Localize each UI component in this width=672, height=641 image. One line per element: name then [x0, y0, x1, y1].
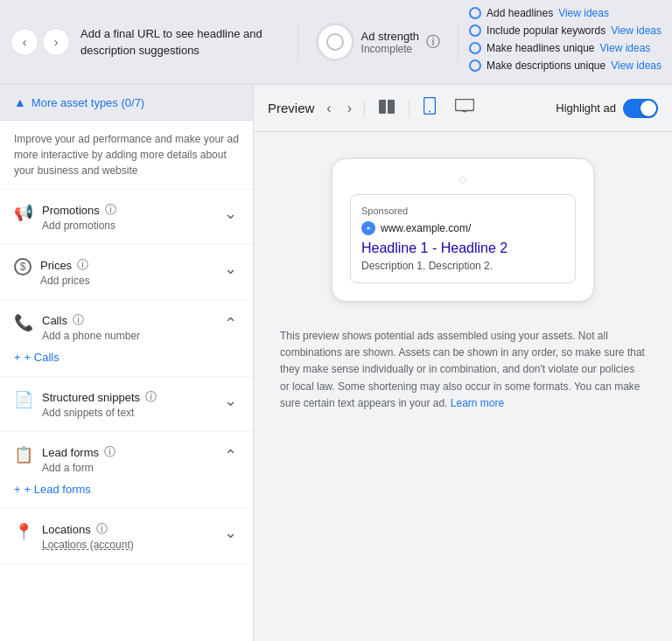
suggestion-row-3: Make descriptions unique View ideas	[469, 59, 662, 72]
structured-snippets-icon: 📄	[14, 390, 33, 409]
ad-strength-label: Ad strength	[361, 30, 420, 43]
asset-controls-locations: ⌄	[222, 521, 239, 544]
asset-item-promotions-left: 📢 Promotions ⓘ Add promotions	[14, 202, 116, 232]
desktop-view-button[interactable]	[450, 95, 480, 121]
learn-more-link[interactable]: Learn more	[451, 397, 504, 409]
forward-button[interactable]: ›	[42, 28, 70, 56]
asset-info-lead-forms: Lead forms ⓘ Add a form	[42, 444, 116, 474]
preview-title: Preview	[268, 101, 314, 115]
asset-item-calls-header: 📞 Calls ⓘ Add a phone number ⌃	[14, 312, 239, 342]
view-ideas-link-0[interactable]: View ideas	[558, 7, 609, 19]
phone-camera-dot	[459, 177, 466, 184]
preview-divider-1	[364, 100, 365, 117]
asset-item-lead-forms: 📋 Lead forms ⓘ Add a form ⌃ + + Lead for…	[0, 432, 253, 509]
view-ideas-link-1[interactable]: View ideas	[611, 24, 662, 37]
back-button[interactable]: ‹	[10, 28, 38, 56]
asset-item-calls: 📞 Calls ⓘ Add a phone number ⌃ + + Calls	[0, 300, 253, 377]
prices-expand-button[interactable]: ⌄	[222, 257, 239, 280]
calls-add-icon: +	[14, 351, 21, 364]
nav-arrows: ‹ ›	[10, 28, 70, 56]
highlight-ad-label: Highlight ad	[556, 101, 616, 115]
locations-icon: 📍	[14, 522, 33, 541]
structured-snippets-expand-button[interactable]: ⌄	[222, 389, 239, 412]
preview-disclaimer: This preview shows potential ads assembl…	[254, 328, 672, 429]
calls-add-link[interactable]: + + Calls	[14, 351, 60, 364]
asset-title-structured-snippets: Structured snippets ⓘ	[42, 389, 157, 405]
asset-item-promotions-header: 📢 Promotions ⓘ Add promotions ⌄	[14, 202, 239, 232]
more-assets-header[interactable]: ▲ More asset types (0/7)	[0, 85, 253, 121]
right-panel: Preview ‹ ›	[254, 85, 672, 641]
asset-info-locations: Locations ⓘ Locations (account)	[42, 521, 134, 551]
suggestion-circle-3	[469, 59, 481, 72]
lead-forms-add-link[interactable]: + + Lead forms	[14, 483, 91, 496]
suggestion-text-1: Include popular keywords	[486, 24, 606, 37]
desktop-icon	[455, 99, 474, 113]
suggestion-row-0: Add headlines View ideas	[469, 7, 662, 19]
calls-collapse-button[interactable]: ⌃	[222, 312, 239, 335]
asset-title-calls: Calls ⓘ	[42, 312, 140, 328]
split-view-button[interactable]	[374, 96, 400, 121]
promotions-icon: 📢	[14, 203, 33, 222]
preview-back-button[interactable]: ‹	[323, 97, 334, 120]
calls-help-icon[interactable]: ⓘ	[73, 312, 84, 328]
more-assets-title: More asset types (0/7)	[32, 96, 144, 109]
prices-help-icon[interactable]: ⓘ	[77, 257, 88, 273]
ad-strength-text: Ad strength Incomplete	[361, 30, 420, 55]
lead-forms-help-icon[interactable]: ⓘ	[104, 444, 116, 460]
promotions-help-icon[interactable]: ⓘ	[105, 202, 116, 218]
lead-forms-add-icon: +	[14, 483, 21, 496]
lead-forms-icon: 📋	[14, 445, 33, 464]
structured-snippets-help-icon[interactable]: ⓘ	[145, 389, 157, 405]
asset-item-calls-left: 📞 Calls ⓘ Add a phone number	[14, 312, 140, 342]
locations-help-icon[interactable]: ⓘ	[96, 521, 108, 537]
asset-subtitle-locations: Locations (account)	[42, 539, 134, 551]
asset-subtitle-structured-snippets: Add snippets of text	[42, 407, 157, 419]
ad-url: www.example.com/	[381, 222, 471, 234]
view-ideas-link-2[interactable]: View ideas	[600, 42, 651, 54]
asset-controls-structured-snippets: ⌄	[222, 389, 239, 412]
ad-strength-circle	[316, 23, 354, 61]
ad-favicon	[361, 221, 375, 235]
asset-item-lead-forms-left: 📋 Lead forms ⓘ Add a form	[14, 444, 116, 474]
svg-rect-0	[379, 100, 386, 114]
ad-strength-status: Incomplete	[361, 43, 420, 55]
preview-header: Preview ‹ ›	[254, 85, 672, 132]
sponsored-label: Sponsored	[361, 206, 564, 216]
asset-info-promotions: Promotions ⓘ Add promotions	[42, 202, 116, 232]
asset-item-lead-forms-header: 📋 Lead forms ⓘ Add a form ⌃	[14, 444, 239, 474]
mobile-view-button[interactable]	[418, 94, 441, 122]
asset-subtitle-calls: Add a phone number	[42, 330, 140, 342]
asset-info-calls: Calls ⓘ Add a phone number	[42, 312, 140, 342]
highlight-toggle-switch[interactable]	[623, 99, 658, 118]
main-content: ▲ More asset types (0/7) Improve your ad…	[0, 85, 672, 641]
svg-rect-1	[388, 100, 395, 114]
lead-forms-collapse-button[interactable]: ⌃	[222, 444, 239, 467]
view-ideas-link-3[interactable]: View ideas	[611, 59, 662, 72]
asset-subtitle-lead-forms: Add a form	[42, 462, 116, 474]
preview-divider-2	[409, 100, 410, 117]
asset-controls-calls: ⌃	[222, 312, 239, 335]
suggestion-row-2: Make headlines unique View ideas	[469, 42, 662, 54]
svg-rect-4	[456, 100, 474, 111]
highlight-toggle: Highlight ad	[556, 99, 658, 118]
preview-forward-button[interactable]: ›	[344, 97, 355, 120]
suggestions-panel: Add headlines View ideas Include popular…	[469, 7, 662, 77]
asset-item-prices-left: $ Prices ⓘ Add prices	[14, 257, 90, 287]
preview-container: Sponsored www.example.com/ Headline 1 - …	[254, 132, 672, 328]
asset-controls-promotions: ⌄	[222, 202, 239, 225]
ad-strength-section: Ad strength Incomplete ⓘ	[298, 23, 459, 61]
left-panel: ▲ More asset types (0/7) Improve your ad…	[0, 85, 254, 641]
suggestion-circle-2	[469, 42, 481, 54]
locations-expand-button[interactable]: ⌄	[222, 521, 239, 544]
ad-strength-help-icon[interactable]: ⓘ	[426, 33, 440, 52]
asset-info-structured-snippets: Structured snippets ⓘ Add snippets of te…	[42, 389, 157, 419]
promotions-expand-button[interactable]: ⌄	[222, 202, 239, 225]
suggestion-text-2: Make headlines unique	[486, 42, 594, 54]
favicon-icon	[364, 224, 373, 233]
asset-item-structured-snippets-left: 📄 Structured snippets ⓘ Add snippets of …	[14, 389, 157, 419]
asset-subtitle-prices: Add prices	[40, 275, 90, 287]
asset-title-locations: Locations ⓘ	[42, 521, 134, 537]
ad-url-row: www.example.com/	[361, 221, 564, 235]
asset-item-locations-header: 📍 Locations ⓘ Locations (account) ⌄	[14, 521, 239, 551]
ad-description: Description 1. Description 2.	[361, 260, 564, 272]
